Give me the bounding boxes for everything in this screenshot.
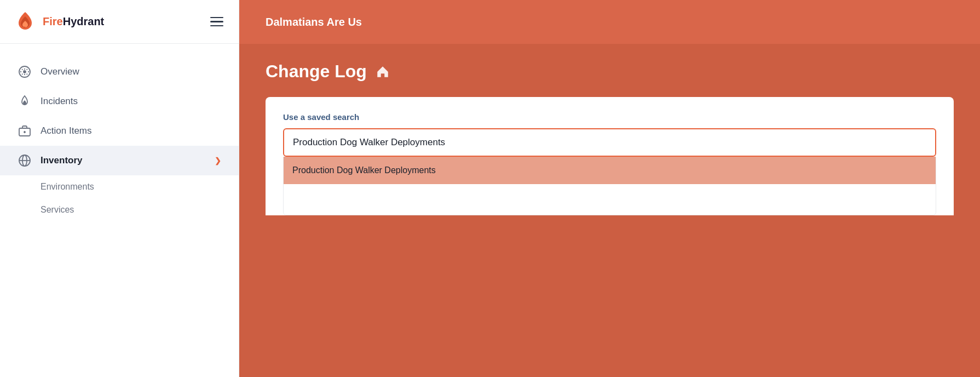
hamburger-menu-button[interactable] (208, 15, 226, 29)
globe-icon (18, 153, 32, 168)
briefcase-icon (18, 124, 32, 138)
dropdown-item-0[interactable]: Production Dog Walker Deployments (284, 157, 936, 184)
sidebar-item-services-label: Services (41, 205, 74, 215)
search-dropdown-list: Production Dog Walker Deployments (283, 157, 936, 215)
sidebar-header: FireHydrant (0, 0, 239, 44)
search-input-wrapper[interactable] (283, 128, 936, 157)
saved-search-label: Use a saved search (283, 112, 936, 122)
chevron-down-icon: ❯ (215, 156, 221, 165)
sidebar-item-environments-label: Environments (41, 182, 94, 192)
home-icon-button[interactable] (376, 65, 390, 79)
change-log-header: Change Log (266, 61, 954, 82)
dropdown-item-1[interactable] (284, 184, 936, 215)
sidebar: FireHydrant Overview (0, 0, 239, 377)
search-card: Use a saved search Production Dog Walker… (266, 97, 954, 215)
sidebar-nav: Overview Incidents Action (0, 44, 239, 377)
organization-title: Dalmatians Are Us (266, 16, 362, 28)
gauge-icon (18, 65, 32, 79)
sidebar-item-overview-label: Overview (41, 66, 221, 77)
main-content: Dalmatians Are Us Change Log Use a saved… (239, 0, 980, 377)
change-log-title: Change Log (266, 61, 367, 82)
firehydrant-logo-icon (13, 10, 37, 34)
sidebar-item-inventory-label: Inventory (41, 155, 206, 166)
logo-text: FireHydrant (43, 15, 104, 28)
sidebar-item-services[interactable]: Services (0, 198, 239, 221)
home-icon (376, 65, 390, 79)
flame-icon (18, 94, 32, 108)
svg-point-1 (24, 71, 26, 73)
sidebar-item-environments[interactable]: Environments (0, 175, 239, 198)
sidebar-item-action-items[interactable]: Action Items (0, 116, 239, 146)
page-body: Change Log Use a saved search Production… (239, 44, 980, 377)
hamburger-line-2 (210, 21, 223, 22)
sidebar-item-overview[interactable]: Overview (0, 57, 239, 87)
sidebar-item-incidents[interactable]: Incidents (0, 87, 239, 116)
sidebar-item-inventory[interactable]: Inventory ❯ (0, 146, 239, 175)
logo-area: FireHydrant (13, 10, 104, 34)
hamburger-line-3 (210, 25, 223, 27)
hamburger-line-1 (210, 17, 223, 19)
page-header: Dalmatians Are Us (239, 0, 980, 44)
search-input[interactable] (293, 137, 926, 148)
sidebar-item-action-items-label: Action Items (41, 125, 221, 136)
sidebar-item-incidents-label: Incidents (41, 96, 221, 107)
